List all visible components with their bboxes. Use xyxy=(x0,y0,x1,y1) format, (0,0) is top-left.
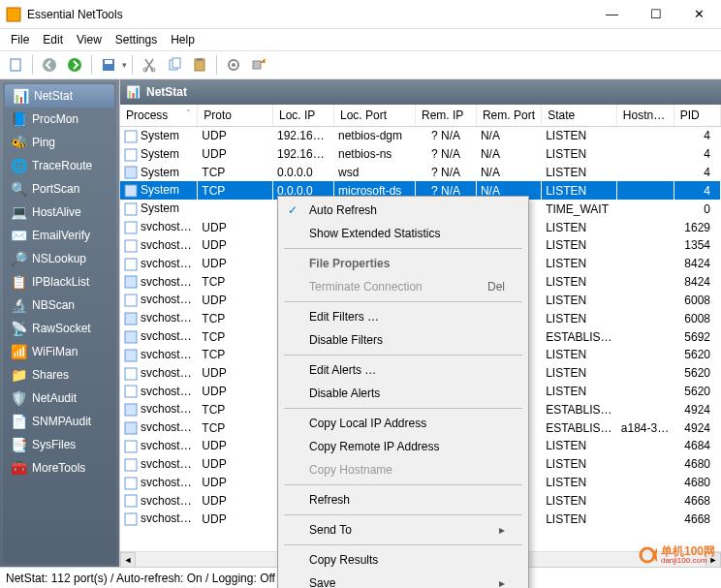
row-icon xyxy=(124,421,138,435)
menu-view[interactable]: View xyxy=(70,31,109,48)
back-icon[interactable] xyxy=(38,53,61,77)
submenu-arrow-icon: ▸ xyxy=(499,576,505,588)
column-header[interactable]: Loc. Port xyxy=(333,105,415,127)
sidebar-item-label: Ping xyxy=(32,136,55,149)
context-menu-item[interactable]: Send To▸ xyxy=(280,518,526,542)
sidebar-item-label: SNMPAudit xyxy=(32,415,91,428)
configure-icon[interactable] xyxy=(247,53,270,77)
column-header[interactable]: Loc. IP xyxy=(272,105,333,127)
svg-rect-18 xyxy=(125,185,137,197)
close-button[interactable]: ✕ xyxy=(677,0,721,28)
context-menu-item[interactable]: ✓Auto Refresh xyxy=(280,199,526,222)
context-menu-item[interactable]: Copy Remote IP Address xyxy=(280,435,526,458)
context-menu-item[interactable]: Edit Filters … xyxy=(280,305,526,328)
copy-icon[interactable] xyxy=(163,53,186,77)
svg-rect-9 xyxy=(172,58,180,68)
context-menu-item[interactable]: Copy Local IP Address xyxy=(280,412,526,435)
context-menu-item[interactable]: Copy Results xyxy=(280,548,526,572)
column-header[interactable]: State xyxy=(542,105,617,127)
row-icon xyxy=(124,148,138,162)
app-icon xyxy=(6,7,21,22)
row-icon xyxy=(124,349,138,362)
sidebar-item-wifiman[interactable]: 📶WiFiMan xyxy=(3,340,116,363)
svg-rect-21 xyxy=(125,240,137,252)
row-icon xyxy=(124,166,138,179)
row-icon xyxy=(124,202,138,216)
menu-file[interactable]: File xyxy=(4,31,36,48)
table-row[interactable]: SystemUDP192.16…netbios-ns? N/AN/ALISTEN… xyxy=(120,145,721,164)
context-menu-item[interactable]: Save▸ xyxy=(280,572,526,588)
sidebar-item-nbscan[interactable]: 🔬NBScan xyxy=(3,294,116,317)
sidebar-item-label: NBScan xyxy=(32,298,75,312)
new-doc-icon[interactable] xyxy=(4,53,27,77)
svg-point-13 xyxy=(232,63,235,67)
svg-rect-22 xyxy=(125,259,137,270)
sidebar-item-netstat[interactable]: 📊NetStat xyxy=(5,84,114,108)
shares-icon: 📁 xyxy=(11,367,26,383)
column-header[interactable]: Hostna… xyxy=(616,105,674,127)
sidebar-item-nslookup[interactable]: 🔎NSLookup xyxy=(3,247,116,270)
sidebar-item-ping[interactable]: 🐝Ping xyxy=(3,131,116,154)
maximize-button[interactable]: ☐ xyxy=(634,0,677,28)
forward-icon[interactable] xyxy=(63,53,86,77)
sidebar-item-sysfiles[interactable]: 📑SysFiles xyxy=(3,433,116,456)
table-row[interactable]: SystemTCP0.0.0.0wsd? N/AN/ALISTEN4 xyxy=(120,164,721,182)
emailverify-icon: ✉️ xyxy=(11,228,26,243)
column-header[interactable]: Rem. Port xyxy=(476,105,541,127)
svg-rect-28 xyxy=(125,368,137,380)
context-menu-item[interactable]: Disable Filters xyxy=(280,328,526,352)
netstat-icon: 📊 xyxy=(13,88,28,104)
ipblacklist-icon: 📋 xyxy=(11,274,26,290)
svg-rect-1 xyxy=(11,59,20,71)
sidebar-item-portscan[interactable]: 🔍PortScan xyxy=(3,177,116,201)
context-menu-item[interactable]: Show Extended Statistics xyxy=(280,222,526,245)
scroll-right-icon[interactable]: ► xyxy=(705,552,721,568)
sidebar-item-snmpaudit[interactable]: 📄SNMPAudit xyxy=(3,410,116,433)
minimize-button[interactable]: — xyxy=(590,0,634,28)
submenu-arrow-icon: ▸ xyxy=(499,523,505,537)
menubar: FileEditViewSettingsHelp xyxy=(0,29,721,50)
menu-edit[interactable]: Edit xyxy=(36,31,70,48)
row-icon xyxy=(124,312,138,325)
scroll-left-icon[interactable]: ◄ xyxy=(120,552,136,568)
save-icon[interactable] xyxy=(97,53,120,77)
svg-rect-33 xyxy=(125,459,137,471)
menu-help[interactable]: Help xyxy=(164,31,202,48)
sidebar-item-ipblacklist[interactable]: 📋IPBlackList xyxy=(3,270,116,294)
svg-rect-0 xyxy=(7,8,20,21)
sidebar-item-label: NetAudit xyxy=(32,391,77,405)
cut-icon[interactable] xyxy=(138,53,161,77)
sidebar-item-label: PortScan xyxy=(32,182,79,196)
panel-icon: 📊 xyxy=(126,85,141,99)
menu-settings[interactable]: Settings xyxy=(109,31,164,48)
sidebar-item-traceroute[interactable]: 🌐TraceRoute xyxy=(3,154,116,177)
column-header[interactable]: Proto xyxy=(198,105,273,127)
procmon-icon: 📘 xyxy=(11,111,26,127)
settings-gear-icon[interactable] xyxy=(222,53,245,77)
sidebar-item-procmon[interactable]: 📘ProcMon xyxy=(3,108,116,131)
svg-rect-31 xyxy=(125,422,137,434)
context-menu-item[interactable]: Edit Alerts … xyxy=(280,358,526,382)
context-menu-item[interactable]: Refresh xyxy=(280,488,526,511)
svg-rect-29 xyxy=(125,386,137,397)
row-icon xyxy=(124,385,138,398)
context-menu-item[interactable]: Disable Alerts xyxy=(280,382,526,405)
sidebar-item-emailverify[interactable]: ✉️EmailVerify xyxy=(3,224,116,247)
context-menu-item: Terminate ConnectionDel xyxy=(280,275,526,298)
row-icon xyxy=(124,440,138,453)
svg-rect-19 xyxy=(125,203,137,215)
sidebar-item-rawsocket[interactable]: 📡RawSocket xyxy=(3,317,116,340)
sidebar-item-hostalive[interactable]: 💻HostAlive xyxy=(3,201,116,224)
svg-rect-35 xyxy=(125,495,137,507)
table-row[interactable]: SystemUDP192.16…netbios-dgm? N/AN/ALISTE… xyxy=(120,127,721,145)
sidebar-item-shares[interactable]: 📁Shares xyxy=(3,363,116,387)
svg-rect-36 xyxy=(125,513,137,525)
paste-icon[interactable] xyxy=(188,53,211,77)
column-header[interactable]: Process ˄ xyxy=(120,105,198,127)
sidebar-item-label: NetStat xyxy=(34,89,73,103)
sidebar-item-netaudit[interactable]: 🛡️NetAudit xyxy=(3,387,116,410)
rawsocket-icon: 📡 xyxy=(11,321,26,336)
column-header[interactable]: Rem. IP xyxy=(415,105,476,127)
column-header[interactable]: PID xyxy=(674,105,720,127)
sidebar-item-moretools[interactable]: 🧰MoreTools xyxy=(3,456,116,480)
